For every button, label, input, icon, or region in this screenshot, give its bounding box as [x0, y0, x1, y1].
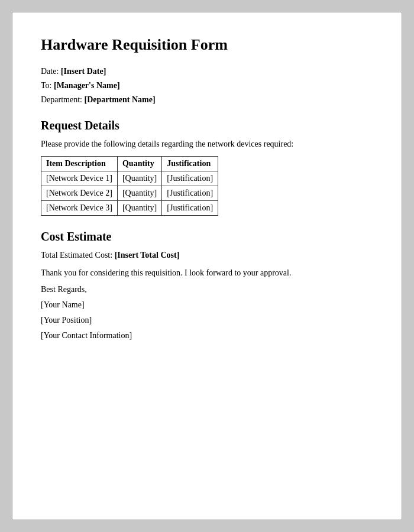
- document-page: Hardware Requisition Form Date: [Insert …: [12, 12, 402, 520]
- table-cell-1-0: [Network Device 2]: [41, 186, 118, 201]
- table-row: [Network Device 2][Quantity][Justificati…: [41, 186, 218, 201]
- date-line: Date: [Insert Date]: [41, 67, 373, 76]
- col-header-quantity: Quantity: [117, 157, 161, 171]
- table-cell-0-0: [Network Device 1]: [41, 171, 118, 186]
- table-cell-2-1: [Quantity]: [117, 201, 161, 216]
- request-intro: Please provide the following details reg…: [41, 140, 373, 149]
- table-cell-1-2: [Justification]: [162, 186, 218, 201]
- cost-estimate-heading: Cost Estimate: [41, 230, 373, 244]
- request-details-heading: Request Details: [41, 119, 373, 132]
- signer-contact: [Your Contact Information]: [41, 331, 373, 340]
- form-title: Hardware Requisition Form: [41, 36, 373, 54]
- to-value: [Manager's Name]: [54, 81, 120, 90]
- table-row: [Network Device 1][Quantity][Justificati…: [41, 171, 218, 186]
- date-value: [Insert Date]: [61, 67, 106, 76]
- total-label: Total Estimated Cost:: [41, 251, 115, 259]
- signer-name: [Your Name]: [41, 300, 373, 310]
- thank-you-text: Thank you for considering this requisiti…: [41, 268, 373, 278]
- table-cell-1-1: [Quantity]: [117, 186, 161, 201]
- regards-line: Best Regards,: [41, 285, 373, 294]
- total-cost-line: Total Estimated Cost: [Insert Total Cost…: [41, 251, 373, 260]
- department-line: Department: [Department Name]: [41, 95, 373, 105]
- table-header-row: Item Description Quantity Justification: [41, 157, 218, 171]
- table-row: [Network Device 3][Quantity][Justificati…: [41, 201, 218, 216]
- signature-block: Best Regards, [Your Name] [Your Position…: [41, 285, 373, 340]
- total-value: [Insert Total Cost]: [115, 251, 180, 259]
- to-line: To: [Manager's Name]: [41, 81, 373, 90]
- table-cell-2-2: [Justification]: [162, 201, 218, 216]
- table-cell-0-1: [Quantity]: [117, 171, 161, 186]
- signer-position: [Your Position]: [41, 316, 373, 325]
- dept-value: [Department Name]: [84, 95, 155, 104]
- col-header-item: Item Description: [41, 157, 118, 171]
- items-table: Item Description Quantity Justification …: [41, 156, 218, 216]
- table-cell-0-2: [Justification]: [162, 171, 218, 186]
- dept-label: Department:: [41, 95, 84, 104]
- table-cell-2-0: [Network Device 3]: [41, 201, 118, 216]
- date-label: Date:: [41, 67, 61, 76]
- col-header-justification: Justification: [162, 157, 218, 171]
- to-label: To:: [41, 81, 54, 90]
